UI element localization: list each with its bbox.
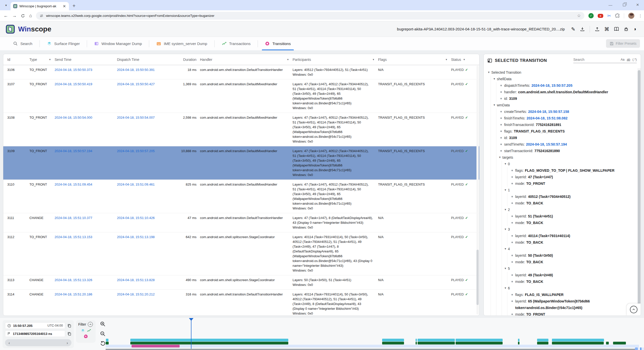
table-scrollbar[interactable] — [476, 66, 479, 315]
cell-dispatch-time-link[interactable]: 2024-04-18, 15:51:09.461 — [117, 182, 180, 211]
collapse-arrow-icon[interactable]: ▼ — [503, 206, 508, 213]
browser-tab[interactable]: Winscope | bugreport-ak ✕ — [11, 2, 69, 10]
tree-leaf[interactable]: layerId:40512 (Task=7934#40512) — [508, 193, 637, 200]
zoom-reset-button[interactable] — [100, 341, 106, 346]
cell-dispatch-time-link[interactable]: 2024-04-18, 15:50:54.007 — [117, 115, 180, 144]
tree-leaf[interactable]: mode:TO_BACK — [508, 278, 637, 285]
tree-leaf[interactable]: handler:com.android.wm.shell.transition.… — [497, 89, 637, 95]
timeline-segment[interactable] — [518, 342, 519, 344]
collapse-arrow-icon[interactable]: ▼ — [492, 76, 497, 82]
cell-dispatch-time-link[interactable]: 2024-04-18, 15:51:20.212 — [117, 292, 180, 316]
cell-send-time-link[interactable]: 2024-04-18, 15:50:50.419 — [55, 82, 117, 110]
shortcuts-cmd-icon[interactable]: ⌘ — [604, 26, 609, 32]
tree-leaf[interactable]: finishTransactionId:7752416281891 — [497, 121, 637, 128]
timeline-segment[interactable] — [456, 342, 503, 344]
forward-icon[interactable]: → — [12, 13, 17, 18]
timeline-segment[interactable] — [416, 339, 417, 341]
tree-leaf[interactable]: layerId:40114 (Task=7931#40114) — [508, 233, 637, 239]
collapse-arrow-icon[interactable]: ▼ — [497, 154, 502, 161]
timeline-segment[interactable] — [613, 342, 626, 344]
tree-node[interactable]: ▼wmData — [492, 102, 637, 108]
tree-node[interactable]: ▼1 — [503, 187, 637, 193]
tab-ime-system-server-dump[interactable]: IME system_server Dump — [149, 37, 214, 50]
timeline-segment[interactable] — [418, 339, 455, 341]
tree-node[interactable]: ▼0 — [503, 161, 637, 167]
tree-node[interactable]: ▼3 — [503, 226, 637, 233]
profile-avatar[interactable] — [628, 13, 634, 19]
timeline-segment[interactable] — [552, 342, 604, 344]
table-scrollbar-thumb[interactable] — [476, 250, 479, 305]
report-bug-icon[interactable] — [624, 27, 629, 32]
cell-dispatch-time-link[interactable]: 2024-04-18, 15:50:50.391 — [117, 67, 180, 77]
regex-button[interactable]: (.*) — [632, 58, 637, 61]
cell-send-time-link[interactable]: 2024-04-18, 15:50:50.373 — [55, 67, 117, 77]
zoom-out-button[interactable] — [100, 331, 106, 337]
table-row[interactable]: 3110TO_FRONT2024-04-18, 15:51:09.4542024… — [3, 180, 479, 213]
site-info-icon[interactable] — [39, 14, 44, 18]
timeline-segment[interactable] — [130, 342, 288, 344]
home-icon[interactable]: ⌂ — [29, 13, 32, 18]
tree-leaf[interactable]: sendTimeNs:2024-04-18, 15:50:57.194 — [497, 141, 637, 148]
cell-dispatch-time-link[interactable]: 2024-04-18, 15:51:13.828 — [117, 278, 180, 287]
table-row[interactable]: 3107TO_FRONT2024-04-18, 15:50:50.4192024… — [3, 79, 479, 113]
collapse-arrow-icon[interactable]: ▼ — [503, 161, 508, 167]
range-handle-left[interactable] — [635, 347, 638, 350]
tree-leaf[interactable]: mode:TO_BACK — [508, 200, 637, 206]
tree-leaf[interactable]: layerId:47 (Task=1#47) — [508, 174, 637, 180]
tree-leaf[interactable]: layerId:50 (Task=3#50) — [508, 252, 637, 259]
url-text[interactable]: winscope.teams.x20web.corp.google.com/pr… — [46, 14, 575, 18]
tree-leaf[interactable]: startTransactionId:7752416281890 — [497, 148, 637, 154]
timeline-segment[interactable] — [106, 339, 108, 341]
timeline-segment[interactable] — [552, 339, 604, 341]
timeline-segment[interactable] — [382, 342, 404, 344]
tree-leaf[interactable]: finishTimeNs:2024-04-18, 15:51:08.082 — [497, 115, 637, 121]
scroll-left-icon[interactable]: ‹ — [9, 341, 10, 345]
zoom-in-button[interactable] — [100, 321, 106, 327]
tree-leaf[interactable]: flags:FLAG_MOVED_TO_TOP | FLAG_SHOW_WALL… — [508, 167, 637, 174]
cell-dispatch-time-link[interactable]: 2024-04-18, 15:51:10.426 — [117, 215, 180, 230]
column-header-handler[interactable]: Handler▼ — [200, 58, 293, 62]
cell-dispatch-time-link[interactable]: 2024-04-18, 15:51:13.198 — [117, 235, 180, 273]
extensions-puzzle-icon[interactable] — [615, 13, 620, 18]
tab-search-chevron-icon[interactable]: ▾ — [3, 2, 10, 9]
tree-leaf[interactable]: dispatchTimeNs:2024-04-18, 15:50:57.205 — [497, 82, 637, 89]
table-row[interactable]: 3108TO_FRONT2024-04-18, 15:50:54.0002024… — [3, 113, 479, 146]
tab-transactions[interactable]: Transactions — [215, 37, 258, 50]
cell-dispatch-time-link[interactable]: 2024-04-18, 15:50:50.427 — [117, 82, 180, 110]
timeline-cursor-line[interactable] — [191, 319, 191, 349]
transitions-filter-icon[interactable] — [84, 334, 88, 339]
tab-window-manager-dump[interactable]: Window Manager Dump — [87, 37, 149, 50]
tree-leaf[interactable]: mode:TO_BACK — [508, 239, 637, 246]
tree-node[interactable]: ▼shellData — [492, 76, 637, 82]
cell-send-time-link[interactable]: 2024-04-18, 15:51:09.454 — [55, 182, 117, 211]
extension-check-icon[interactable]: ✓ — [588, 13, 594, 18]
tree-leaf[interactable]: layerId:65 (WallpaperWindowToken{87b6d66… — [508, 298, 637, 311]
tree-leaf[interactable]: mode:TO_BACK — [508, 220, 637, 226]
tab-surface-flinger[interactable]: Surface Flinger — [40, 37, 87, 50]
timeline-segment[interactable] — [537, 339, 548, 341]
timeline-segment[interactable] — [416, 342, 417, 344]
table-row[interactable]: 3106TO_FRONT2024-04-18, 15:50:50.3732024… — [3, 65, 479, 79]
filter-chevron-icon[interactable]: ▼ — [445, 58, 448, 61]
tab-transitions[interactable]: Transitions — [258, 37, 298, 50]
match-word-button[interactable]: ab — [627, 58, 630, 61]
timeline-overview-track[interactable] — [106, 349, 635, 350]
layers-filter-icon[interactable] — [81, 329, 85, 333]
tree-node[interactable]: ▼4 — [503, 246, 637, 252]
transactions-filter-icon[interactable] — [87, 329, 91, 333]
timestamp-ns-field[interactable]: 1713469857205164013 ns — [5, 330, 65, 337]
column-header-dispatch-time[interactable]: Dispatch Time — [117, 58, 180, 62]
dark-mode-icon[interactable]: ◑ — [633, 26, 636, 32]
window-restore-icon[interactable] — [623, 4, 626, 6]
window-minimize-icon[interactable]: — — [609, 3, 612, 7]
filter-presets-button[interactable]: Filter Presets — [606, 39, 640, 48]
upload-icon[interactable] — [595, 27, 600, 32]
timeline-canvas[interactable] — [106, 318, 644, 350]
edit-pencil-icon[interactable]: ✎ — [571, 26, 575, 32]
filter-chevron-icon[interactable]: ▼ — [287, 58, 289, 61]
timeline-segment[interactable] — [518, 339, 519, 341]
cell-send-time-link[interactable]: 2024-04-18, 15:51:10.377 — [55, 215, 117, 230]
column-header-participants[interactable]: Participants▼ — [293, 58, 378, 62]
collapse-arrow-icon[interactable]: ▼ — [503, 226, 508, 233]
timeline-segment[interactable] — [537, 342, 548, 344]
